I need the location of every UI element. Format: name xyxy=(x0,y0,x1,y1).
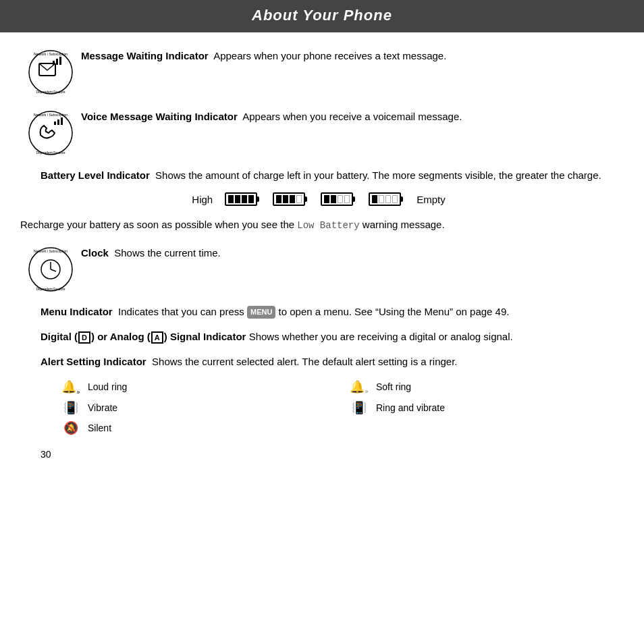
analog-icon: A xyxy=(151,331,163,344)
svg-point-7 xyxy=(29,111,72,155)
svg-rect-11 xyxy=(57,119,59,125)
page-header: About Your Phone xyxy=(0,0,644,32)
alert-vibrate: 📳 Vibrate xyxy=(61,400,329,415)
soft-ring-icon: 🔔» xyxy=(349,379,369,396)
page-wrapper: About Your Phone Network / Subscription … xyxy=(0,0,644,473)
menu-indicator-desc-suffix: to open a menu. See “Using the Menu” on … xyxy=(279,306,510,317)
clock-term: Clock xyxy=(81,247,109,259)
svg-rect-6 xyxy=(59,57,61,65)
svg-rect-10 xyxy=(54,122,56,125)
alert-setting-desc: Shows the current selected alert. The de… xyxy=(149,356,458,367)
svg-rect-12 xyxy=(61,117,63,125)
ring-vibrate-label: Ring and vibrate xyxy=(376,402,445,413)
vibrate-label: Vibrate xyxy=(88,402,117,413)
recharge-prefix: Recharge your battery as soon as possibl… xyxy=(20,219,294,230)
recharge-suffix: warning message. xyxy=(363,219,445,230)
battery-visual-row: High xyxy=(20,192,617,206)
ring-vibrate-icon: 📳 xyxy=(349,400,369,415)
svg-rect-4 xyxy=(53,61,55,65)
voice-message-text: Voice Message Waiting Indicator Appears … xyxy=(81,107,617,125)
loud-ring-icon: 🔔» xyxy=(61,379,81,396)
menu-indicator-section: Menu Indicator Indicates that you can pr… xyxy=(20,304,617,319)
voice-message-term: Voice Message Waiting Indicator xyxy=(81,111,238,122)
battery-full-icon xyxy=(225,192,257,206)
alert-loud-ring: 🔔» Loud ring xyxy=(61,379,329,396)
svg-text:Dependent  Feature: Dependent Feature xyxy=(36,90,65,94)
alert-ring-and-vibrate: 📳 Ring and vibrate xyxy=(349,400,617,415)
clock-desc: Shows the current time. xyxy=(111,247,221,259)
silent-label: Silent xyxy=(88,423,111,433)
menu-button-icon: MENU xyxy=(247,306,275,319)
network-subscription-icon-3: Network / Subscription Dependent Feature xyxy=(27,246,74,293)
page-title: About Your Phone xyxy=(252,7,392,24)
menu-indicator-desc-prefix: Indicates that you can press xyxy=(115,306,244,317)
message-waiting-desc: Appears when your phone receives a text … xyxy=(211,50,447,61)
svg-text:Dependent  Feature: Dependent Feature xyxy=(36,287,65,291)
loud-ring-label: Loud ring xyxy=(88,381,127,392)
svg-text:Network / Subscription: Network / Subscription xyxy=(34,52,68,56)
alert-items-grid: 🔔» Loud ring 🔔» Soft ring 📳 Vibrate 📳 Ri… xyxy=(61,379,617,436)
battery-level-section: Battery Level Indicator Shows the amount… xyxy=(20,167,617,183)
alert-silent: 🔕 Silent xyxy=(61,421,329,435)
page-content: Network / Subscription Dependent Feature… xyxy=(0,32,644,473)
message-waiting-text: Message Waiting Indicator Appears when y… xyxy=(81,46,617,64)
battery-high-label: High xyxy=(192,194,213,205)
page-number: 30 xyxy=(20,449,617,460)
alert-setting-term: Alert Setting Indicator xyxy=(41,356,146,367)
recharge-section: Recharge your battery as soon as possibl… xyxy=(20,217,617,234)
battery-2bar-icon xyxy=(321,192,353,206)
clock-icon-area: Network / Subscription Dependent Feature xyxy=(20,243,81,293)
battery-level-desc: Shows the amount of charge left in your … xyxy=(153,169,601,181)
alert-soft-ring: 🔔» Soft ring xyxy=(349,379,617,396)
silent-icon: 🔕 xyxy=(61,421,81,435)
signal-indicator-section: Digital (D) or Analog (A) Signal Indicat… xyxy=(20,329,617,344)
signal-desc: Shows whether you are receiving a digita… xyxy=(249,331,513,342)
vibrate-icon: 📳 xyxy=(61,400,81,415)
clock-section: Network / Subscription Dependent Feature… xyxy=(20,243,617,293)
svg-text:Network / Subscription: Network / Subscription xyxy=(34,249,68,253)
voice-message-icon-area: Network / Subscription Dependent Feature xyxy=(20,107,81,157)
digital-icon: D xyxy=(78,331,90,344)
low-battery-code: Low Battery xyxy=(297,220,359,231)
battery-3bar-icon xyxy=(273,192,305,206)
network-subscription-icon-1: Network / Subscription Dependent Feature xyxy=(27,49,74,96)
battery-level-term: Battery Level Indicator xyxy=(41,169,150,181)
menu-indicator-term: Menu Indicator xyxy=(41,306,113,317)
alert-setting-section: Alert Setting Indicator Shows the curren… xyxy=(20,354,617,369)
voice-message-section: Network / Subscription Dependent Feature… xyxy=(20,107,617,157)
signal-term: Digital (D) or Analog (A) Signal Indicat… xyxy=(41,331,249,342)
network-subscription-icon-2: Network / Subscription Dependent Feature xyxy=(27,109,74,157)
message-waiting-section: Network / Subscription Dependent Feature… xyxy=(20,46,617,96)
svg-point-0 xyxy=(29,51,72,94)
battery-empty-label: Empty xyxy=(417,194,446,205)
soft-ring-label: Soft ring xyxy=(376,381,411,392)
clock-text: Clock Shows the current time. xyxy=(81,243,617,261)
svg-text:Network / Subscription: Network / Subscription xyxy=(34,113,68,117)
message-waiting-term: Message Waiting Indicator xyxy=(81,50,209,61)
message-waiting-icon-area: Network / Subscription Dependent Feature xyxy=(20,46,81,96)
battery-1bar-icon xyxy=(369,192,401,206)
svg-rect-5 xyxy=(56,59,58,65)
svg-line-18 xyxy=(51,269,56,271)
svg-text:Dependent  Feature: Dependent Feature xyxy=(36,151,65,155)
voice-message-desc: Appears when you receive a voicemail mes… xyxy=(240,111,462,122)
